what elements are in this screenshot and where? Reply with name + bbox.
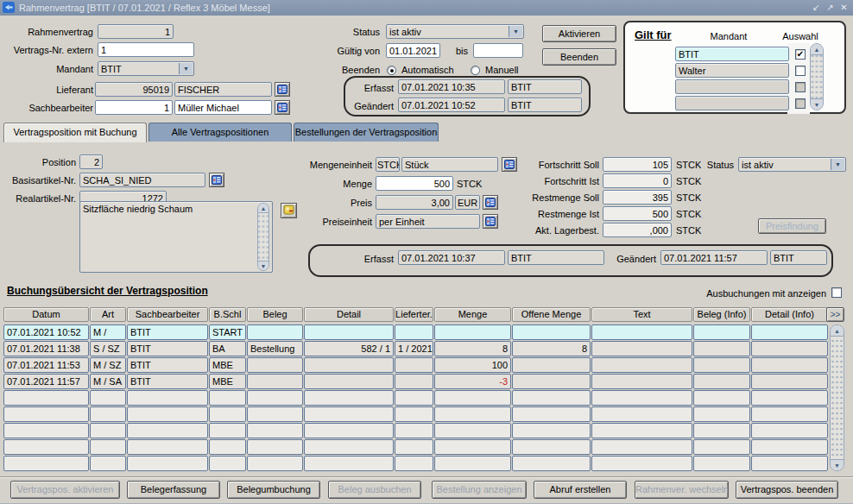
- table-cell[interactable]: [127, 406, 208, 422]
- table-cell[interactable]: [3, 406, 89, 422]
- tab-bestellungen-der-vertragsposition[interactable]: Bestellungen der Vertragsposition: [294, 123, 439, 142]
- col-header-detail-info[interactable]: Detail (Info): [751, 307, 828, 322]
- vertragspos-beenden-button[interactable]: Vertragspos. beenden: [736, 481, 838, 499]
- abruf-erstellen-button[interactable]: Abruf erstellen: [534, 481, 627, 499]
- table-cell[interactable]: [693, 439, 750, 455]
- table-cell[interactable]: [434, 324, 511, 340]
- table-cell[interactable]: M / SZ: [90, 357, 126, 373]
- table-cell[interactable]: Bestellung: [247, 341, 303, 356]
- table-cell[interactable]: [3, 439, 89, 455]
- table-cell[interactable]: [304, 439, 394, 455]
- table-cell[interactable]: BA: [209, 341, 246, 356]
- table-cell[interactable]: [434, 423, 511, 438]
- table-cell[interactable]: [90, 439, 126, 455]
- col-header-beleg-info[interactable]: Beleg (Info): [693, 307, 750, 322]
- table-cell[interactable]: [3, 423, 89, 438]
- gilt-fuer-scrollbar[interactable]: ▲ ▼: [810, 43, 824, 110]
- table-cell[interactable]: [247, 357, 303, 373]
- gueltig-von-field[interactable]: 01.01.2021: [386, 43, 440, 58]
- tab-alle-vertragspositionen[interactable]: Alle Vertragspositionen: [148, 123, 292, 142]
- table-cell[interactable]: [751, 439, 828, 455]
- scroll-up-icon[interactable]: ▲: [258, 204, 269, 213]
- table-cell[interactable]: [512, 324, 591, 340]
- more-columns-button[interactable]: >>: [826, 307, 844, 322]
- table-cell[interactable]: [512, 439, 591, 455]
- table-cell[interactable]: [693, 357, 750, 373]
- vertrags-nr-extern-field[interactable]: 1: [98, 42, 194, 57]
- table-cell[interactable]: 582 / 1: [304, 341, 394, 356]
- scroll-down-icon[interactable]: ▼: [831, 459, 844, 470]
- gilt-fuer-mandant-field[interactable]: BTIT: [675, 47, 789, 61]
- preiseinheit-field[interactable]: per Einheit: [376, 214, 480, 229]
- table-cell[interactable]: [591, 456, 692, 471]
- table-cell[interactable]: [395, 439, 433, 455]
- status-dropdown[interactable]: ist aktiv: [386, 24, 524, 39]
- table-cell[interactable]: [751, 324, 828, 340]
- table-cell[interactable]: [395, 423, 433, 438]
- table-cell[interactable]: [693, 341, 750, 356]
- lieferant-lov-button[interactable]: [275, 82, 290, 97]
- maximize-icon[interactable]: ↗: [825, 2, 836, 13]
- table-cell[interactable]: [127, 423, 208, 438]
- beenden-manuell-radio[interactable]: [471, 66, 480, 75]
- gilt-fuer-mandant-field[interactable]: Walter: [675, 63, 789, 78]
- table-cell[interactable]: [591, 341, 692, 356]
- beschreibung-scrollbar[interactable]: ▲ ▼: [257, 203, 269, 271]
- table-cell[interactable]: [247, 324, 303, 340]
- table-cell[interactable]: [90, 456, 126, 471]
- table-cell[interactable]: [434, 439, 511, 455]
- table-cell[interactable]: [693, 406, 750, 422]
- scroll-up-icon[interactable]: ▲: [811, 44, 823, 55]
- table-cell[interactable]: [395, 374, 433, 389]
- table-cell[interactable]: [512, 374, 591, 389]
- table-cell[interactable]: BTIT: [127, 357, 208, 373]
- table-cell[interactable]: [247, 390, 303, 406]
- table-cell[interactable]: 8: [512, 341, 591, 356]
- table-cell[interactable]: [693, 374, 750, 389]
- table-cell[interactable]: MBE: [209, 374, 246, 389]
- table-cell[interactable]: 07.01.2021 11:38: [3, 341, 89, 356]
- lieferant-name-field[interactable]: FISCHER: [174, 82, 272, 97]
- table-cell[interactable]: [209, 423, 246, 438]
- rahmenvertrag-field[interactable]: 1: [98, 24, 174, 39]
- table-cell[interactable]: [751, 357, 828, 373]
- scroll-up-icon[interactable]: ▲: [831, 325, 844, 337]
- table-cell[interactable]: S / SZ: [90, 341, 126, 356]
- col-header-beleg[interactable]: Beleg: [247, 307, 303, 322]
- table-scrollbar[interactable]: ▲ ▼: [830, 324, 844, 471]
- col-header-art[interactable]: Art: [90, 307, 126, 322]
- col-header-lieferter[interactable]: Lieferter.: [395, 307, 433, 322]
- ausbuchungen-checkbox[interactable]: [831, 287, 842, 298]
- belegumbuchung-button[interactable]: Belegumbuchung: [227, 481, 320, 499]
- table-cell[interactable]: [512, 423, 591, 438]
- table-cell[interactable]: [591, 439, 692, 455]
- preis-lov-button[interactable]: [483, 195, 498, 210]
- table-cell[interactable]: M /: [90, 324, 126, 340]
- table-cell[interactable]: [395, 324, 433, 340]
- position-field[interactable]: 2: [79, 154, 103, 169]
- table-cell[interactable]: [3, 390, 89, 406]
- table-cell[interactable]: [209, 390, 246, 406]
- table-cell[interactable]: [591, 423, 692, 438]
- table-cell[interactable]: MBE: [209, 357, 246, 373]
- table-cell[interactable]: [247, 406, 303, 422]
- table-cell[interactable]: [512, 406, 591, 422]
- col-header-sachbearbeiter[interactable]: Sachbearbeiter: [127, 307, 208, 322]
- table-cell[interactable]: 1 / 2021: [395, 341, 433, 356]
- table-cell[interactable]: [3, 456, 89, 471]
- table-cell[interactable]: [395, 357, 433, 373]
- table-cell[interactable]: M / SA: [90, 374, 126, 389]
- table-cell[interactable]: [512, 456, 591, 471]
- menge-field[interactable]: 500: [376, 176, 453, 191]
- table-cell[interactable]: [304, 390, 394, 406]
- table-cell[interactable]: [591, 406, 692, 422]
- scroll-down-icon[interactable]: ▼: [258, 261, 269, 270]
- table-cell[interactable]: [512, 357, 591, 373]
- table-cell[interactable]: BTIT: [127, 324, 208, 340]
- mengeneinheit-name-field[interactable]: Stück: [401, 157, 498, 172]
- table-cell[interactable]: [434, 390, 511, 406]
- col-header-detail[interactable]: Detail: [304, 307, 394, 322]
- table-cell[interactable]: [90, 423, 126, 438]
- col-header-datum[interactable]: Datum: [3, 307, 89, 322]
- preis-field[interactable]: 3,00: [376, 195, 453, 210]
